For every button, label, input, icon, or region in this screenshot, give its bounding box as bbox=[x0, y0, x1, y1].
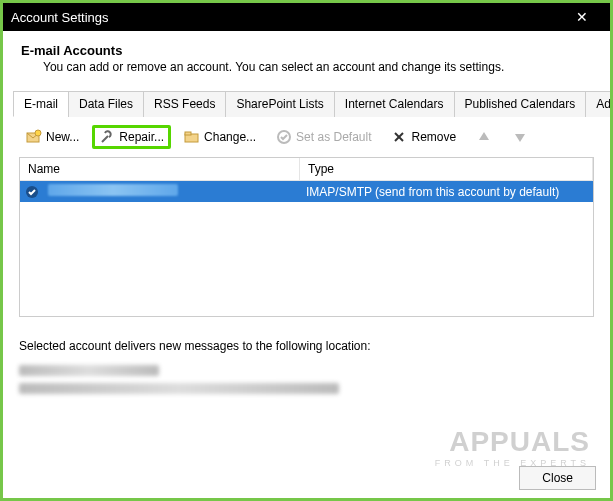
tab-published-calendars[interactable]: Published Calendars bbox=[454, 91, 587, 117]
redacted-name bbox=[48, 184, 178, 196]
tab-container: E-mail Data Files RSS Feeds SharePoint L… bbox=[13, 90, 600, 317]
new-label: New... bbox=[46, 130, 79, 144]
table-row[interactable]: IMAP/SMTP (send from this account by def… bbox=[20, 181, 593, 202]
list-header: Name Type bbox=[20, 158, 593, 181]
svg-marker-7 bbox=[479, 132, 489, 140]
check-circle-icon bbox=[276, 129, 292, 145]
accounts-list: Name Type IMAP/SMTP (send from this acco… bbox=[19, 157, 594, 317]
tab-email[interactable]: E-mail bbox=[13, 91, 69, 117]
tab-rss-feeds[interactable]: RSS Feeds bbox=[143, 91, 226, 117]
tab-internet-calendars[interactable]: Internet Calendars bbox=[334, 91, 455, 117]
watermark-big: APPUALS bbox=[435, 426, 590, 458]
page-title: E-mail Accounts bbox=[21, 43, 592, 58]
col-type[interactable]: Type bbox=[300, 158, 593, 180]
header: E-mail Accounts You can add or remove an… bbox=[3, 31, 610, 84]
move-up-button bbox=[469, 125, 499, 149]
folder-icon bbox=[184, 129, 200, 145]
account-name-cell bbox=[40, 181, 298, 202]
toolbar: New... Repair... Change... Set as Defaul… bbox=[13, 117, 600, 157]
window-title: Account Settings bbox=[11, 10, 109, 25]
repair-label: Repair... bbox=[119, 130, 164, 144]
mail-new-icon bbox=[26, 129, 42, 145]
repair-icon bbox=[99, 129, 115, 145]
svg-marker-8 bbox=[515, 134, 525, 142]
footer-info: Selected account delivers new messages t… bbox=[19, 339, 594, 397]
default-check-icon bbox=[24, 184, 40, 200]
close-button[interactable]: Close bbox=[519, 466, 596, 490]
redacted-line2 bbox=[19, 383, 339, 394]
account-type-cell: IMAP/SMTP (send from this account by def… bbox=[298, 182, 567, 202]
tab-data-files[interactable]: Data Files bbox=[68, 91, 144, 117]
move-down-button bbox=[505, 125, 535, 149]
svg-rect-3 bbox=[185, 132, 191, 135]
delivery-message: Selected account delivers new messages t… bbox=[19, 339, 594, 353]
repair-button[interactable]: Repair... bbox=[92, 125, 171, 149]
delivery-location bbox=[19, 365, 594, 397]
titlebar: Account Settings ✕ bbox=[3, 3, 610, 31]
tab-address-books[interactable]: Address Books bbox=[585, 91, 613, 117]
new-button[interactable]: New... bbox=[19, 125, 86, 149]
footer-bar: Close bbox=[519, 466, 596, 490]
arrow-down-icon bbox=[512, 129, 528, 145]
col-name[interactable]: Name bbox=[20, 158, 300, 180]
page-description: You can add or remove an account. You ca… bbox=[21, 60, 592, 74]
change-button[interactable]: Change... bbox=[177, 125, 263, 149]
set-default-button: Set as Default bbox=[269, 125, 378, 149]
set-default-label: Set as Default bbox=[296, 130, 371, 144]
change-label: Change... bbox=[204, 130, 256, 144]
watermark: APPUALS FROM THE EXPERTS bbox=[435, 426, 590, 468]
close-icon[interactable]: ✕ bbox=[562, 9, 602, 25]
remove-label: Remove bbox=[411, 130, 456, 144]
remove-icon bbox=[391, 129, 407, 145]
tabs: E-mail Data Files RSS Feeds SharePoint L… bbox=[13, 90, 600, 117]
svg-point-1 bbox=[35, 130, 41, 136]
redacted-line1 bbox=[19, 365, 159, 376]
arrow-up-icon bbox=[476, 129, 492, 145]
tab-sharepoint-lists[interactable]: SharePoint Lists bbox=[225, 91, 334, 117]
remove-button[interactable]: Remove bbox=[384, 125, 463, 149]
